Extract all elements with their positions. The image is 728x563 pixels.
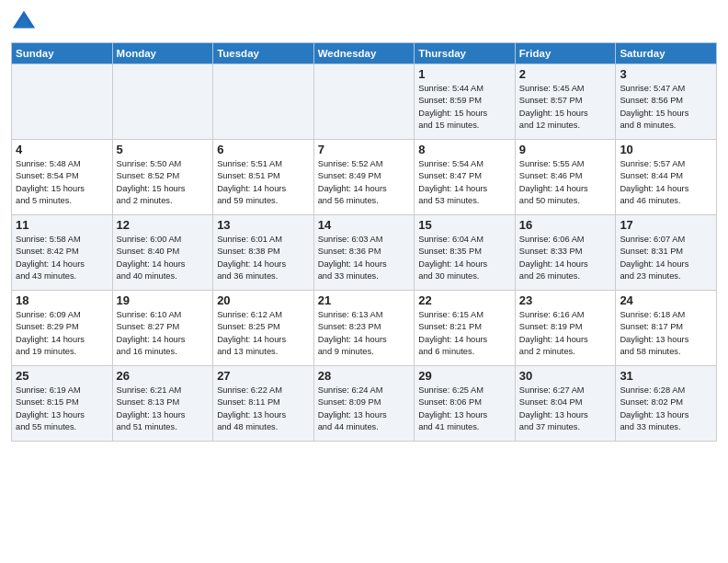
day-info: Sunrise: 6:00 AM Sunset: 8:40 PM Dayligh…: [117, 234, 210, 283]
day-cell: 2Sunrise: 5:45 AM Sunset: 8:57 PM Daylig…: [515, 64, 616, 140]
header-cell-sunday: Sunday: [12, 43, 113, 64]
day-number: 25: [16, 369, 108, 383]
day-cell: 29Sunrise: 6:25 AM Sunset: 8:06 PM Dayli…: [415, 366, 516, 442]
day-number: 10: [620, 143, 712, 156]
day-cell: 16Sunrise: 6:06 AM Sunset: 8:33 PM Dayli…: [515, 215, 616, 291]
day-number: 19: [117, 293, 210, 307]
day-cell: 19Sunrise: 6:10 AM Sunset: 8:27 PM Dayli…: [112, 291, 213, 366]
day-info: Sunrise: 5:44 AM Sunset: 8:59 PM Dayligh…: [418, 83, 511, 132]
day-info: Sunrise: 6:22 AM Sunset: 8:11 PM Dayligh…: [217, 385, 310, 434]
day-number: 6: [217, 143, 310, 156]
header-cell-friday: Friday: [515, 43, 616, 64]
day-cell: [112, 64, 213, 140]
day-number: 9: [519, 143, 612, 156]
day-cell: 28Sunrise: 6:24 AM Sunset: 8:09 PM Dayli…: [313, 366, 415, 442]
day-info: Sunrise: 6:15 AM Sunset: 8:21 PM Dayligh…: [418, 309, 511, 359]
day-info: Sunrise: 6:12 AM Sunset: 8:25 PM Dayligh…: [217, 309, 310, 359]
day-number: 23: [519, 293, 612, 307]
day-number: 21: [318, 293, 411, 307]
day-number: 29: [418, 369, 511, 383]
day-number: 18: [16, 293, 108, 307]
day-info: Sunrise: 6:06 AM Sunset: 8:33 PM Dayligh…: [519, 234, 612, 283]
day-cell: 7Sunrise: 5:52 AM Sunset: 8:49 PM Daylig…: [313, 140, 415, 215]
header-cell-tuesday: Tuesday: [213, 43, 314, 64]
day-info: Sunrise: 6:03 AM Sunset: 8:36 PM Dayligh…: [318, 234, 411, 283]
header-cell-wednesday: Wednesday: [313, 43, 415, 64]
day-cell: 5Sunrise: 5:50 AM Sunset: 8:52 PM Daylig…: [112, 140, 213, 215]
day-number: 16: [519, 218, 612, 232]
day-number: 11: [16, 218, 108, 232]
day-info: Sunrise: 5:47 AM Sunset: 8:56 PM Dayligh…: [620, 83, 712, 132]
day-info: Sunrise: 6:25 AM Sunset: 8:06 PM Dayligh…: [418, 385, 511, 434]
day-info: Sunrise: 6:18 AM Sunset: 8:17 PM Dayligh…: [620, 309, 712, 359]
day-info: Sunrise: 6:16 AM Sunset: 8:19 PM Dayligh…: [519, 309, 612, 359]
week-row-5: 25Sunrise: 6:19 AM Sunset: 8:15 PM Dayli…: [12, 366, 717, 442]
day-number: 22: [418, 293, 511, 307]
day-cell: [12, 64, 113, 140]
day-number: 8: [418, 143, 511, 156]
week-row-4: 18Sunrise: 6:09 AM Sunset: 8:29 PM Dayli…: [12, 291, 717, 366]
header-cell-monday: Monday: [112, 43, 213, 64]
day-info: Sunrise: 6:19 AM Sunset: 8:15 PM Dayligh…: [16, 385, 108, 434]
day-cell: 23Sunrise: 6:16 AM Sunset: 8:19 PM Dayli…: [515, 291, 616, 366]
day-cell: 9Sunrise: 5:55 AM Sunset: 8:46 PM Daylig…: [515, 140, 616, 215]
day-number: 12: [117, 218, 210, 232]
day-number: 31: [620, 369, 712, 383]
day-number: 24: [620, 293, 712, 307]
day-cell: 12Sunrise: 6:00 AM Sunset: 8:40 PM Dayli…: [112, 215, 213, 291]
day-info: Sunrise: 6:24 AM Sunset: 8:09 PM Dayligh…: [318, 385, 411, 434]
header-row: SundayMondayTuesdayWednesdayThursdayFrid…: [12, 43, 717, 64]
day-number: 27: [217, 369, 310, 383]
day-number: 26: [117, 369, 210, 383]
day-cell: 17Sunrise: 6:07 AM Sunset: 8:31 PM Dayli…: [616, 215, 717, 291]
day-number: 13: [217, 218, 310, 232]
day-cell: 18Sunrise: 6:09 AM Sunset: 8:29 PM Dayli…: [12, 291, 113, 366]
day-number: 4: [16, 143, 108, 156]
day-info: Sunrise: 5:58 AM Sunset: 8:42 PM Dayligh…: [16, 234, 108, 283]
logo-icon: [11, 9, 37, 35]
day-cell: 8Sunrise: 5:54 AM Sunset: 8:47 PM Daylig…: [415, 140, 516, 215]
day-number: 28: [318, 369, 411, 383]
day-cell: 15Sunrise: 6:04 AM Sunset: 8:35 PM Dayli…: [415, 215, 516, 291]
header: [11, 9, 717, 35]
header-cell-thursday: Thursday: [415, 43, 516, 64]
day-cell: 3Sunrise: 5:47 AM Sunset: 8:56 PM Daylig…: [616, 64, 717, 140]
day-info: Sunrise: 6:07 AM Sunset: 8:31 PM Dayligh…: [620, 234, 712, 283]
day-number: 20: [217, 293, 310, 307]
day-cell: 25Sunrise: 6:19 AM Sunset: 8:15 PM Dayli…: [12, 366, 113, 442]
day-cell: 30Sunrise: 6:27 AM Sunset: 8:04 PM Dayli…: [515, 366, 616, 442]
day-info: Sunrise: 6:27 AM Sunset: 8:04 PM Dayligh…: [519, 385, 612, 434]
day-cell: 10Sunrise: 5:57 AM Sunset: 8:44 PM Dayli…: [616, 140, 717, 215]
day-info: Sunrise: 5:52 AM Sunset: 8:49 PM Dayligh…: [318, 158, 411, 208]
day-cell: 20Sunrise: 6:12 AM Sunset: 8:25 PM Dayli…: [213, 291, 314, 366]
day-info: Sunrise: 6:01 AM Sunset: 8:38 PM Dayligh…: [217, 234, 310, 283]
day-cell: [213, 64, 314, 140]
day-number: 3: [620, 67, 712, 81]
day-cell: 13Sunrise: 6:01 AM Sunset: 8:38 PM Dayli…: [213, 215, 314, 291]
day-info: Sunrise: 6:21 AM Sunset: 8:13 PM Dayligh…: [117, 385, 210, 434]
day-cell: [313, 64, 415, 140]
day-info: Sunrise: 6:13 AM Sunset: 8:23 PM Dayligh…: [318, 309, 411, 359]
day-info: Sunrise: 5:45 AM Sunset: 8:57 PM Dayligh…: [519, 83, 612, 132]
day-cell: 22Sunrise: 6:15 AM Sunset: 8:21 PM Dayli…: [415, 291, 516, 366]
day-info: Sunrise: 5:55 AM Sunset: 8:46 PM Dayligh…: [519, 158, 612, 208]
day-cell: 1Sunrise: 5:44 AM Sunset: 8:59 PM Daylig…: [415, 64, 516, 140]
day-number: 2: [519, 67, 612, 81]
logo: [11, 9, 40, 35]
day-cell: 6Sunrise: 5:51 AM Sunset: 8:51 PM Daylig…: [213, 140, 314, 215]
day-info: Sunrise: 5:54 AM Sunset: 8:47 PM Dayligh…: [418, 158, 511, 208]
day-info: Sunrise: 5:57 AM Sunset: 8:44 PM Dayligh…: [620, 158, 712, 208]
day-cell: 11Sunrise: 5:58 AM Sunset: 8:42 PM Dayli…: [12, 215, 113, 291]
day-cell: 4Sunrise: 5:48 AM Sunset: 8:54 PM Daylig…: [12, 140, 113, 215]
main-container: SundayMondayTuesdayWednesdayThursdayFrid…: [0, 0, 728, 449]
day-number: 7: [318, 143, 411, 156]
header-cell-saturday: Saturday: [616, 43, 717, 64]
week-row-2: 4Sunrise: 5:48 AM Sunset: 8:54 PM Daylig…: [12, 140, 717, 215]
day-cell: 24Sunrise: 6:18 AM Sunset: 8:17 PM Dayli…: [616, 291, 717, 366]
day-number: 30: [519, 369, 612, 383]
day-info: Sunrise: 6:28 AM Sunset: 8:02 PM Dayligh…: [620, 385, 712, 434]
day-info: Sunrise: 6:09 AM Sunset: 8:29 PM Dayligh…: [16, 309, 108, 359]
day-cell: 31Sunrise: 6:28 AM Sunset: 8:02 PM Dayli…: [616, 366, 717, 442]
day-cell: 14Sunrise: 6:03 AM Sunset: 8:36 PM Dayli…: [313, 215, 415, 291]
day-number: 5: [117, 143, 210, 156]
